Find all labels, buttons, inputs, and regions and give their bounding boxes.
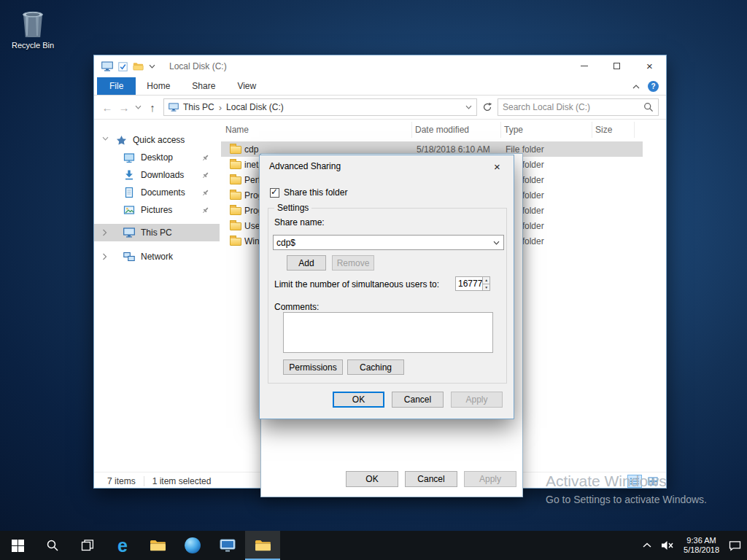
- taskbar-clock[interactable]: 9:36 AM 5/18/2018: [684, 536, 719, 555]
- volume-muted-icon[interactable]: [661, 540, 674, 551]
- sidebar-item-label: Quick access: [133, 135, 185, 145]
- advanced-sharing-dialog: Advanced Sharing × ✓ Share this folder S…: [259, 155, 514, 419]
- sidebar-item-downloads[interactable]: Downloads: [94, 166, 220, 184]
- maximize-button[interactable]: [600, 55, 633, 77]
- activate-windows-watermark: Activate Windows Go to Settings to activ…: [546, 472, 707, 505]
- sidebar-item-network[interactable]: Network: [94, 248, 220, 265]
- qat-new-folder-icon[interactable]: [133, 62, 144, 71]
- recent-locations-chevron-icon[interactable]: [135, 105, 142, 109]
- navigation-pane: Quick access Desktop: [94, 120, 220, 472]
- column-headers: Name Date modified Type Size: [220, 120, 666, 141]
- forward-icon[interactable]: →: [118, 102, 130, 113]
- watermark-subtitle: Go to Settings to activate Windows.: [546, 494, 707, 505]
- tray-expand-chevron-icon[interactable]: [643, 542, 651, 548]
- pin-icon: [201, 171, 209, 179]
- add-share-button[interactable]: Add: [287, 255, 326, 271]
- this-pc-icon: [123, 228, 135, 238]
- folder-icon: [230, 207, 241, 215]
- tab-file[interactable]: File: [97, 77, 136, 95]
- properties-ok-button[interactable]: OK: [346, 471, 398, 487]
- address-bar[interactable]: This PC › Local Disk (C:): [163, 98, 477, 116]
- remove-share-button: Remove: [332, 255, 374, 271]
- task-view-icon: [81, 539, 94, 552]
- column-header-name[interactable]: Name: [225, 122, 412, 138]
- column-header-size[interactable]: Size: [592, 122, 635, 138]
- tab-home[interactable]: Home: [136, 77, 181, 95]
- downloads-icon: [123, 169, 135, 181]
- open-explorer-window-button[interactable]: [245, 531, 280, 560]
- recycle-bin-icon: [18, 6, 47, 39]
- selection-count: 1 item selected: [152, 476, 212, 486]
- sidebar-item-documents[interactable]: Documents: [94, 184, 220, 201]
- share-name-combobox[interactable]: cdp$: [273, 235, 504, 250]
- taskbar-search-button[interactable]: [35, 531, 70, 560]
- folder-icon: [255, 539, 271, 552]
- system-tray: 9:36 AM 5/18/2018: [643, 531, 741, 560]
- ribbon-collapse-icon[interactable]: [632, 85, 640, 89]
- search-icon[interactable]: [643, 102, 654, 112]
- user-limit-spinner[interactable]: 16777 ▲ ▼: [455, 276, 490, 291]
- server-manager-button[interactable]: [210, 531, 245, 560]
- address-dropdown-chevron-icon[interactable]: [465, 105, 472, 109]
- sidebar-item-quick-access[interactable]: Quick access: [94, 131, 220, 149]
- sharing-ok-button[interactable]: OK: [333, 392, 384, 408]
- desktop-icon: [123, 152, 135, 163]
- up-icon[interactable]: ↑: [147, 102, 158, 113]
- tab-view[interactable]: View: [226, 77, 267, 95]
- tab-share[interactable]: Share: [181, 77, 226, 95]
- dialog-title: Advanced Sharing: [269, 161, 341, 171]
- sidebar-item-pictures[interactable]: Pictures: [94, 201, 220, 219]
- column-header-type[interactable]: Type: [501, 122, 592, 138]
- back-icon[interactable]: ←: [101, 102, 113, 113]
- column-header-date-modified[interactable]: Date modified: [412, 122, 501, 138]
- folder-icon: [150, 539, 166, 552]
- user-limit-value[interactable]: 16777: [456, 277, 482, 290]
- status-divider: [144, 476, 144, 486]
- chevron-right-icon[interactable]: [102, 229, 107, 236]
- chevron-down-icon[interactable]: [102, 136, 109, 141]
- sidebar-item-this-pc[interactable]: This PC: [94, 224, 220, 241]
- action-center-icon[interactable]: [729, 540, 741, 551]
- caching-button[interactable]: Caching: [347, 359, 404, 375]
- task-view-button[interactable]: [70, 531, 105, 560]
- close-icon: ×: [646, 61, 653, 71]
- recycle-bin[interactable]: Recycle Bin: [4, 6, 61, 50]
- edge-button[interactable]: e: [105, 531, 140, 560]
- sharing-apply-button: Apply: [451, 392, 503, 408]
- share-this-folder-checkbox[interactable]: ✓: [270, 188, 279, 198]
- pinned-app-button[interactable]: [175, 531, 210, 560]
- settings-group-label: Settings: [274, 203, 311, 213]
- folder-icon: [230, 192, 241, 200]
- sidebar-item-label: Downloads: [141, 170, 184, 180]
- user-limit-label: Limit the number of simultaneous users t…: [274, 279, 439, 289]
- permissions-button[interactable]: Permissions: [283, 359, 343, 375]
- share-name-value: cdp$: [276, 238, 295, 248]
- dialog-close-button[interactable]: ×: [481, 155, 514, 177]
- sidebar-item-label: Network: [141, 252, 173, 262]
- breadcrumb-chevron-icon[interactable]: ›: [219, 102, 222, 113]
- breadcrumb-current[interactable]: Local Disk (C:): [226, 102, 284, 112]
- sharing-cancel-button[interactable]: Cancel: [392, 392, 444, 408]
- file-explorer-button[interactable]: [140, 531, 175, 560]
- breadcrumb-root[interactable]: This PC: [183, 102, 214, 112]
- spinner-up-icon[interactable]: ▲: [483, 277, 489, 284]
- comments-textarea[interactable]: [283, 312, 493, 353]
- properties-cancel-button[interactable]: Cancel: [405, 471, 457, 487]
- qat-properties-icon[interactable]: [118, 62, 128, 71]
- title-bar: Local Disk (C:) ×: [94, 55, 666, 77]
- help-icon[interactable]: ?: [648, 81, 659, 92]
- sidebar-item-desktop[interactable]: Desktop: [94, 149, 220, 166]
- qat-customize-chevron-icon[interactable]: [149, 64, 155, 69]
- search-icon: [46, 539, 59, 552]
- chevron-right-icon[interactable]: [102, 253, 107, 260]
- close-button[interactable]: ×: [633, 55, 666, 77]
- minimize-button[interactable]: [568, 55, 600, 77]
- search-input[interactable]: [503, 102, 643, 112]
- folder-icon: [230, 161, 241, 169]
- combo-chevron-down-icon[interactable]: [493, 241, 500, 245]
- search-box[interactable]: [498, 98, 659, 116]
- refresh-icon[interactable]: [482, 102, 492, 112]
- spinner-down-icon[interactable]: ▼: [483, 284, 489, 291]
- window-title: Local Disk (C:): [169, 61, 227, 71]
- start-button[interactable]: [0, 531, 35, 560]
